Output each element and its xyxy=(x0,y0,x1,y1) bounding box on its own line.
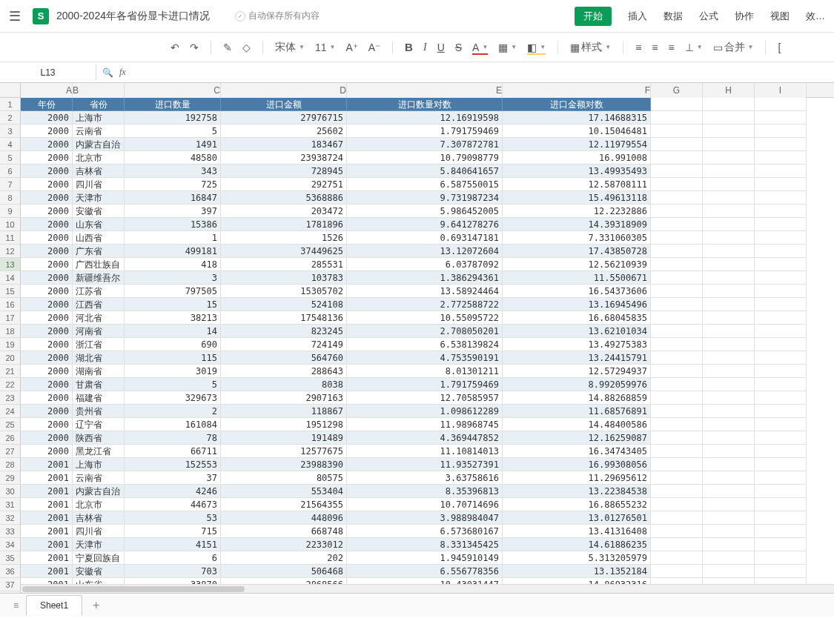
cell[interactable]: 6.556778356 xyxy=(347,565,503,578)
row-number[interactable]: 10 xyxy=(0,218,21,231)
align-right-button[interactable]: ≡ xyxy=(668,42,674,53)
cell[interactable]: 7.331060305 xyxy=(503,231,651,245)
cell[interactable] xyxy=(755,471,807,485)
cell[interactable] xyxy=(703,165,755,178)
header-cell[interactable]: 年份 xyxy=(21,98,73,111)
cell[interactable]: 1.386294361 xyxy=(347,271,503,285)
cell[interactable] xyxy=(703,138,755,151)
cell[interactable]: 418 xyxy=(125,258,221,271)
cell[interactable] xyxy=(703,205,755,218)
cell[interactable]: 浙江省 xyxy=(73,338,125,351)
row-number[interactable]: 29 xyxy=(0,471,21,485)
cell[interactable]: 690 xyxy=(125,338,221,351)
cell[interactable]: 13.49935493 xyxy=(503,165,651,178)
cell[interactable]: 13.1352184 xyxy=(503,565,651,578)
header-cell[interactable]: 进口金额对数 xyxy=(503,98,651,111)
cell[interactable]: 12577675 xyxy=(221,445,347,458)
cell[interactable]: 553404 xyxy=(221,485,347,498)
cell[interactable]: 10.70714696 xyxy=(347,498,503,511)
cell[interactable]: 江苏省 xyxy=(73,285,125,298)
cell[interactable]: 3 xyxy=(125,271,221,285)
cell[interactable]: 3.988984047 xyxy=(347,511,503,525)
cell[interactable] xyxy=(651,498,703,511)
cell[interactable]: 2000 xyxy=(21,405,73,418)
row-number[interactable]: 11 xyxy=(0,231,21,245)
cell[interactable]: 725 xyxy=(125,178,221,191)
cell[interactable]: 2000 xyxy=(21,165,73,178)
menu-view[interactable]: 视图 xyxy=(770,10,790,23)
cell[interactable]: 16.88655232 xyxy=(503,498,651,511)
cell[interactable] xyxy=(703,311,755,325)
cell[interactable] xyxy=(703,565,755,578)
cell[interactable]: 四川省 xyxy=(73,178,125,191)
cell[interactable]: 16.99308056 xyxy=(503,458,651,471)
cell[interactable]: 2000 xyxy=(21,431,73,445)
spreadsheet-grid[interactable]: ABCDEFGHI 1年份省份进口数量进口金额进口数量对数进口金额对数22000… xyxy=(0,83,834,617)
cell[interactable]: 1951298 xyxy=(221,418,347,431)
cell[interactable] xyxy=(703,405,755,418)
cell[interactable]: 1526 xyxy=(221,231,347,245)
cell[interactable]: 1 xyxy=(125,231,221,245)
cell[interactable]: 3019 xyxy=(125,365,221,378)
cell[interactable]: 2001 xyxy=(21,511,73,525)
cell[interactable]: 9.731987234 xyxy=(347,191,503,205)
cell[interactable]: 668748 xyxy=(221,525,347,538)
row-number[interactable]: 30 xyxy=(0,485,21,498)
col-header-A[interactable]: A xyxy=(21,83,73,98)
menu-collab[interactable]: 协作 xyxy=(735,10,754,23)
cell[interactable]: 2000 xyxy=(21,151,73,165)
cell[interactable]: 715 xyxy=(125,525,221,538)
cell[interactable]: 12.16259087 xyxy=(503,431,651,445)
cell[interactable]: 2000 xyxy=(21,205,73,218)
window-menu-icon[interactable]: ☰ xyxy=(9,8,21,24)
cell[interactable]: 云南省 xyxy=(73,125,125,138)
cell[interactable]: 云南省 xyxy=(73,471,125,485)
cell[interactable]: 1.791759469 xyxy=(347,378,503,391)
cell[interactable] xyxy=(651,405,703,418)
cell[interactable]: 499181 xyxy=(125,245,221,258)
cell[interactable]: 13.12072604 xyxy=(347,245,503,258)
cell[interactable]: 4.753590191 xyxy=(347,351,503,365)
border-button[interactable]: ▦▼ xyxy=(498,42,517,53)
cell[interactable] xyxy=(703,151,755,165)
cell[interactable]: 安徽省 xyxy=(73,565,125,578)
cell[interactable]: 13.24415791 xyxy=(503,351,651,365)
cell[interactable]: 福建省 xyxy=(73,391,125,405)
cell[interactable]: 山东省 xyxy=(73,218,125,231)
cell[interactable] xyxy=(651,98,703,111)
cell[interactable]: 黑龙江省 xyxy=(73,445,125,458)
cell[interactable] xyxy=(651,418,703,431)
cell[interactable] xyxy=(703,338,755,351)
cell[interactable] xyxy=(651,538,703,551)
underline-button[interactable]: U xyxy=(437,42,445,53)
cell[interactable]: 17548136 xyxy=(221,311,347,325)
font-family-select[interactable]: 宋体▼ xyxy=(275,41,305,54)
cell[interactable]: 4151 xyxy=(125,538,221,551)
cell[interactable] xyxy=(755,258,807,271)
row-number[interactable]: 15 xyxy=(0,285,21,298)
col-header-D[interactable]: D xyxy=(221,83,347,98)
fx-icon[interactable]: fx xyxy=(119,67,126,78)
cell[interactable]: 2000 xyxy=(21,298,73,311)
cell[interactable]: 2001 xyxy=(21,565,73,578)
row-number[interactable]: 33 xyxy=(0,525,21,538)
col-header-B[interactable]: B xyxy=(73,83,125,98)
cell[interactable] xyxy=(651,165,703,178)
cell[interactable] xyxy=(651,151,703,165)
cell[interactable]: 2000 xyxy=(21,125,73,138)
cell[interactable] xyxy=(755,205,807,218)
row-number[interactable]: 20 xyxy=(0,351,21,365)
cell[interactable]: 12.16919598 xyxy=(347,111,503,125)
cell[interactable]: 1.098612289 xyxy=(347,405,503,418)
cell[interactable] xyxy=(703,365,755,378)
cell[interactable]: 9.641278276 xyxy=(347,218,503,231)
cell[interactable]: 14.39318909 xyxy=(503,218,651,231)
cell[interactable]: 1781896 xyxy=(221,218,347,231)
cell[interactable]: 11.98968745 xyxy=(347,418,503,431)
cell[interactable]: 80575 xyxy=(221,471,347,485)
cell[interactable]: 5 xyxy=(125,378,221,391)
cell[interactable]: 161084 xyxy=(125,418,221,431)
cell[interactable]: 16847 xyxy=(125,191,221,205)
cell[interactable] xyxy=(703,471,755,485)
cell[interactable] xyxy=(755,538,807,551)
